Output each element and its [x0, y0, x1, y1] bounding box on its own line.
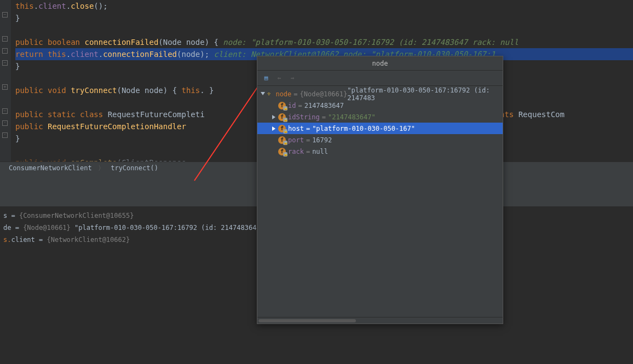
fold-icon[interactable]: + — [2, 84, 8, 90]
tree-node-field-selected[interactable]: 🔒 host = "platform-010-030-050-167" — [257, 123, 503, 134]
lock-icon: 🔒 — [283, 118, 287, 122]
fold-icon[interactable]: · — [2, 132, 8, 138]
back-icon[interactable]: ⇐ — [275, 74, 284, 83]
popup-title: node — [257, 56, 503, 71]
tree-node-field[interactable]: 🔒 rack = null — [257, 146, 503, 157]
caret-right-icon[interactable] — [272, 126, 277, 131]
evaluate-popup: node ▤ ⇐ ⇒ ᯤ node = {Node@10661} "platfo… — [257, 56, 503, 324]
tree-node-field[interactable]: 🔒 idString = "2147483647" — [257, 111, 503, 123]
watch-icon: ᯤ — [267, 90, 274, 98]
fold-icon[interactable]: − — [2, 60, 8, 66]
field-icon: 🔒 — [278, 102, 286, 109]
scrollbar-thumb[interactable] — [258, 319, 356, 322]
fold-icon[interactable]: − — [2, 36, 8, 42]
field-icon: 🔒 — [278, 113, 286, 121]
field-icon: 🔒 — [278, 148, 286, 155]
fold-icon[interactable]: · — [2, 48, 8, 54]
lock-icon: 🔒 — [283, 129, 287, 134]
variable-tree[interactable]: ᯤ node = {Node@10661} "platform-010-030-… — [257, 86, 503, 317]
field-icon: 🔒 — [278, 136, 286, 144]
breadcrumb-item[interactable]: ConsumerNetworkClient — [9, 164, 92, 172]
folder-icon[interactable]: ▤ — [262, 74, 271, 83]
forward-icon[interactable]: ⇒ — [288, 74, 297, 83]
editor-gutter: − − · − + − · · — [0, 0, 11, 161]
fold-icon[interactable]: − — [2, 108, 8, 114]
chevron-right-icon: 〉 — [98, 164, 105, 172]
caret-down-icon[interactable] — [261, 91, 266, 97]
field-icon: 🔒 — [278, 125, 286, 132]
lock-icon: 🔒 — [283, 152, 287, 157]
horizontal-scrollbar[interactable] — [257, 317, 503, 323]
lock-icon: 🔒 — [283, 106, 287, 111]
lock-icon: 🔒 — [283, 141, 287, 145]
popup-toolbar: ▤ ⇐ ⇒ — [257, 71, 503, 86]
fold-icon[interactable]: · — [2, 120, 8, 126]
breadcrumb-item[interactable]: tryConnect() — [111, 164, 158, 172]
fold-icon[interactable]: − — [2, 12, 8, 18]
tree-node-field[interactable]: 🔒 port = 16792 — [257, 134, 503, 146]
caret-right-icon[interactable] — [272, 114, 277, 120]
tree-node-root[interactable]: ᯤ node = {Node@10661} "platform-010-030-… — [257, 88, 503, 100]
